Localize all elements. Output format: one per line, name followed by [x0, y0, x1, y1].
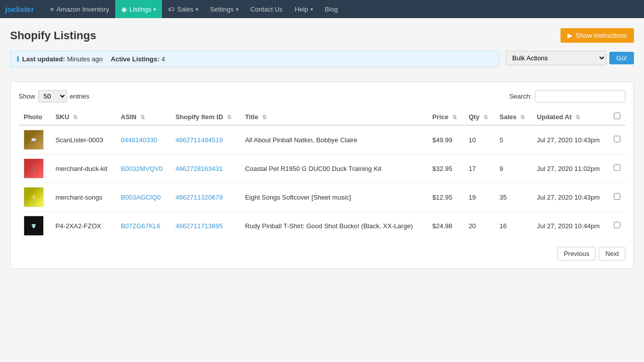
- nav-item-label: Sales: [177, 6, 194, 13]
- row-checkbox[interactable]: [614, 193, 620, 200]
- nav-item-label: Blog: [325, 6, 338, 13]
- table-controls: Show 50 25 100 entries Search:: [19, 90, 625, 103]
- product-thumbnail: 📕: [24, 158, 44, 178]
- cell-price: $32.95: [427, 154, 463, 183]
- nav-item-listings[interactable]: ◉ Listings ▾: [115, 0, 162, 18]
- nav-item-blog[interactable]: Blog: [319, 0, 344, 18]
- previous-button[interactable]: Previous: [557, 247, 596, 260]
- table-row: 📒 merchant-songs B003AGCIQ0 466271132067…: [19, 183, 625, 212]
- cell-asin: B003AGCIQ0: [116, 183, 171, 212]
- asin-link[interactable]: 0448140330: [121, 136, 157, 144]
- show-instructions-button[interactable]: ▶ Show instructions: [560, 28, 634, 43]
- brand-logo[interactable]: joelister: [5, 5, 34, 14]
- search-input[interactable]: [535, 90, 625, 103]
- sort-icon: ⇅: [140, 114, 145, 120]
- go-button[interactable]: Go!: [609, 52, 634, 64]
- active-listings-count: 4: [162, 55, 165, 63]
- chevron-down-icon: ▾: [236, 7, 238, 12]
- last-updated-value: Minutes ago: [67, 55, 103, 63]
- cell-price: $24.98: [427, 212, 463, 240]
- shopify-item-link[interactable]: 4662728163431: [176, 165, 223, 172]
- sort-icon: ⇅: [520, 114, 525, 120]
- cell-shopify-item-id: 4662728163431: [171, 154, 240, 183]
- cell-asin: B07ZG67KL6: [116, 212, 171, 240]
- last-updated-label: Last updated:: [22, 55, 65, 63]
- cell-sales: 5: [495, 125, 532, 154]
- cell-sales: 16: [495, 212, 532, 240]
- shopify-item-link[interactable]: 4662711713895: [176, 222, 223, 230]
- cell-sku: merchant-songs: [50, 183, 116, 212]
- chevron-down-icon: ▾: [153, 7, 156, 12]
- sort-icon: ⇅: [484, 114, 488, 120]
- cell-sales: 9: [495, 154, 532, 183]
- asin-link[interactable]: B07ZG67KL6: [121, 222, 160, 230]
- brand-part1: joe: [5, 5, 16, 14]
- col-header-updated-at[interactable]: Updated At ⇅: [532, 109, 609, 125]
- status-bar: ℹ Last updated: Minutes ago Active Listi…: [10, 51, 500, 67]
- row-checkbox[interactable]: [614, 136, 620, 142]
- show-label: Show: [19, 93, 35, 100]
- chevron-down-icon: ▾: [310, 7, 313, 12]
- listings-icon: ◉: [121, 6, 127, 13]
- info-icon: ℹ: [17, 55, 19, 63]
- sort-icon: ⇅: [262, 114, 267, 120]
- nav-item-settings[interactable]: Settings ▾: [204, 0, 245, 18]
- navbar: joelister ≡ Amazon Inventory ◉ Listings …: [0, 0, 644, 18]
- cell-title: Coastal Pet R1950 G DUC00 Duck Training …: [240, 154, 427, 183]
- table-header-row: Photo SKU ⇅ ASIN ⇅ Shopify Item ID ⇅ Tit…: [19, 109, 625, 125]
- nav-item-sales[interactable]: 🏷 Sales ▾: [162, 0, 204, 18]
- cell-asin: 0448140330: [116, 125, 171, 154]
- active-listings-label: Active Listings:: [111, 55, 159, 63]
- col-header-title[interactable]: Title ⇅: [240, 109, 427, 125]
- page-header: Shopify Listings ▶ Show instructions: [10, 28, 634, 43]
- select-all-checkbox[interactable]: [614, 113, 620, 119]
- bulk-actions-area: Bulk Actions Delete Selected Export Sele…: [506, 51, 634, 65]
- table-row: 📖 ScanLister-0003 0448140330 46627114845…: [19, 125, 625, 154]
- cell-shopify-item-id: 4662711484519: [171, 125, 240, 154]
- row-checkbox[interactable]: [614, 164, 620, 171]
- shopify-item-link[interactable]: 4662711484519: [176, 136, 223, 144]
- sort-icon: ⇅: [576, 114, 580, 120]
- cell-select: [609, 125, 625, 154]
- col-header-photo[interactable]: Photo: [19, 109, 50, 125]
- col-header-sales[interactable]: Sales ⇅: [495, 109, 532, 125]
- asin-link[interactable]: B003AGCIQ0: [121, 194, 161, 201]
- cell-price: $49.99: [427, 125, 463, 154]
- list-icon: ≡: [50, 6, 54, 13]
- col-header-price[interactable]: Price ⇅: [427, 109, 463, 125]
- nav-item-label: Amazon Inventory: [56, 6, 109, 13]
- shopify-item-link[interactable]: 4662711320679: [176, 194, 223, 201]
- sort-icon: ⇅: [227, 114, 231, 120]
- asin-link[interactable]: B0032MVQV0: [121, 165, 163, 172]
- nav-item-amazon-inventory[interactable]: ≡ Amazon Inventory: [44, 0, 115, 18]
- col-header-select[interactable]: [609, 109, 625, 125]
- cell-title: Eight Songs Softcover [Sheet music]: [240, 183, 427, 212]
- cell-price: $12.95: [427, 183, 463, 212]
- nav-item-contact-us[interactable]: Contact Us: [245, 0, 289, 18]
- col-header-qty[interactable]: Qty ⇅: [463, 109, 494, 125]
- cell-photo: 📕: [19, 154, 50, 183]
- col-header-asin[interactable]: ASIN ⇅: [116, 109, 171, 125]
- col-header-sku[interactable]: SKU ⇅: [50, 109, 116, 125]
- nav-item-help[interactable]: Help ▾: [289, 0, 319, 18]
- cell-updated-at: Jul 27, 2020 11:02pm: [532, 154, 609, 183]
- product-thumbnail: 📖: [24, 130, 44, 150]
- cell-shopify-item-id: 4662711713895: [171, 212, 240, 240]
- cell-updated-at: Jul 27, 2020 10:44pm: [532, 212, 609, 240]
- cell-sku: ScanLister-0003: [50, 125, 116, 154]
- nav-item-label: Help: [295, 6, 308, 13]
- next-button[interactable]: Next: [599, 247, 625, 260]
- row-checkbox[interactable]: [614, 222, 620, 228]
- nav-item-label: Settings: [210, 6, 234, 13]
- cell-sales: 35: [495, 183, 532, 212]
- product-thumbnail: 📒: [24, 187, 44, 207]
- bulk-actions-select[interactable]: Bulk Actions Delete Selected Export Sele…: [506, 51, 606, 65]
- col-header-shopify-item-id[interactable]: Shopify Item ID ⇅: [171, 109, 240, 125]
- entries-select[interactable]: 50 25 100: [38, 90, 67, 103]
- table-container: Show 50 25 100 entries Search: Photo SKU…: [10, 81, 634, 269]
- cell-sku: merchant-duck-kit: [50, 154, 116, 183]
- cell-asin: B0032MVQV0: [116, 154, 171, 183]
- nav-item-label: Contact Us: [251, 6, 283, 13]
- cell-photo: 📖: [19, 125, 50, 154]
- page-title: Shopify Listings: [10, 29, 96, 42]
